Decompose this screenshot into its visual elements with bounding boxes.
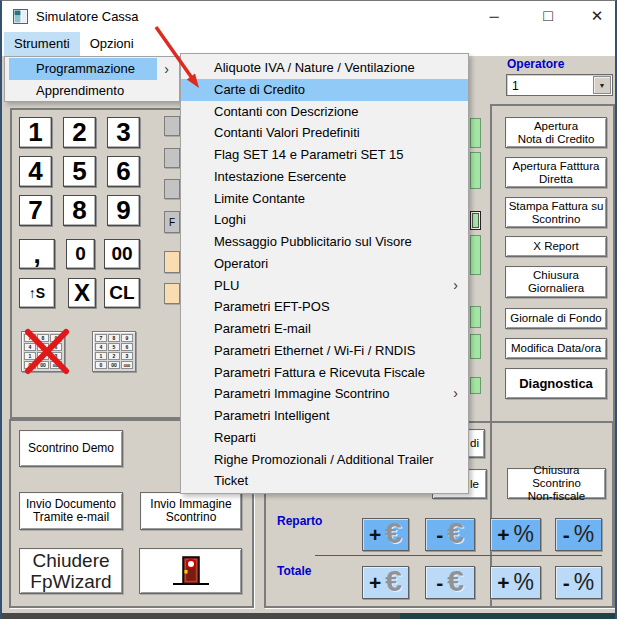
mini-key: 9 (121, 334, 133, 342)
scontrino-demo-button[interactable]: Scontrino Demo (19, 430, 123, 467)
partially-hidden-green-button[interactable] (470, 152, 481, 189)
stampa-fattura-su-scontrino-button[interactable]: Stampa Fattura suScontrino (505, 197, 607, 228)
keypad-button-7[interactable]: 7 (19, 195, 52, 226)
submenu-item-parametri-ethernet-wi-fi-rndis[interactable]: Parametri Ethernet / Wi-Fi / RNDIS (181, 340, 468, 362)
menubar-item-strumenti[interactable]: Strumenti (4, 32, 80, 56)
mini-key: 8 (108, 334, 120, 342)
submenu-item-reparti[interactable]: Reparti (181, 427, 468, 449)
chiusura-giornaliera-button[interactable]: ChiusuraGiornaliera (505, 266, 607, 298)
menubar-item-opzioni[interactable]: Opzioni (80, 32, 144, 56)
partially-hidden-green-button[interactable] (470, 306, 481, 328)
keypad-button-9[interactable]: 9 (107, 195, 140, 226)
partially-hidden-gray-button[interactable] (164, 148, 180, 168)
partially-hidden-peach-button[interactable] (164, 283, 180, 304)
keypad-button-0[interactable]: 0 (66, 239, 95, 269)
operatore-label: Operatore (507, 57, 564, 71)
divider (315, 555, 602, 556)
submenu-item-label: Operatori (214, 256, 268, 271)
submenu-item-label: Righe Promozionali / Additional Trailer (214, 452, 434, 467)
apertura-fatttura-diretta-button[interactable]: Apertura FattturaDiretta (505, 157, 607, 188)
submenu-item-carte-di-credito[interactable]: Carte di Credito (181, 79, 468, 101)
euro-icon: € (385, 566, 402, 596)
reparto-plus-euro-button[interactable]: +€ (362, 518, 409, 551)
submenu-item-parametri-immagine-scontrino[interactable]: Parametri Immagine Scontrino› (181, 383, 468, 405)
keypad-button-x[interactable]: X (68, 278, 96, 308)
keypad-button-3[interactable]: 3 (107, 117, 140, 148)
totale-minus-euro-button[interactable]: -€ (425, 566, 475, 599)
submenu-item-contanti-valori-predefiniti[interactable]: Contanti Valori Predefiniti (181, 122, 468, 144)
totale-plus-percent-button[interactable]: +% (490, 566, 541, 599)
reparto-label: Reparto (277, 514, 322, 528)
submenu-item-plu[interactable]: PLU› (181, 275, 468, 297)
minimize-button[interactable]: ─ (478, 4, 510, 28)
combo-dropdown-button[interactable]: ▼ (593, 76, 611, 94)
partially-hidden-green-button[interactable] (470, 235, 481, 275)
submenu-item-parametri-eft-pos[interactable]: Parametri EFT-POS (181, 296, 468, 318)
submenu-item-messaggio-pubblicitario-sul-visore[interactable]: Messaggio Pubblicitario sul Visore (181, 231, 468, 253)
button-line: Apertura Fatttura (513, 160, 600, 173)
exit-door-button[interactable] (139, 548, 242, 594)
totale-minus-percent-button[interactable]: -% (555, 566, 602, 599)
button-line: Non-fiscale (528, 490, 586, 503)
giornale-di-fondo-button[interactable]: Giornale di Fondo (505, 308, 607, 329)
partially-hidden-green-button[interactable] (470, 334, 481, 359)
reparto-minus-percent-button[interactable]: -% (555, 518, 602, 551)
keypad-button-5[interactable]: 5 (63, 156, 96, 187)
diagnostica-button[interactable]: Diagnostica (505, 368, 607, 399)
app-icon (13, 9, 28, 24)
apertura-nota-di-credito-button[interactable]: AperturaNota di Credito (505, 117, 607, 148)
submenu-item-label: PLU (214, 278, 239, 293)
keypad-button-1[interactable]: 1 (19, 117, 52, 148)
mini-key: 1 (95, 352, 107, 360)
chiusura-scontrino-non-fiscale-button[interactable]: Chiusura Scontrino Non-fiscale (507, 468, 606, 499)
reparto-minus-euro-button[interactable]: -€ (425, 518, 475, 551)
submenu-item-intestazione-esercente[interactable]: Intestazione Esercente (181, 166, 468, 188)
partially-hidden-green-button[interactable] (470, 211, 481, 230)
submenu-item-parametri-e-mail[interactable]: Parametri E-mail (181, 318, 468, 340)
submenu-item-label: Carte di Credito (214, 82, 305, 97)
invio-immagine-scontrino-button[interactable]: Invio ImmagineScontrino (140, 492, 242, 530)
keypad-button-2[interactable]: 2 (63, 117, 96, 148)
submenu-item-contanti-con-descrizione[interactable]: Contanti con Descrizione (181, 101, 468, 123)
button-line: Tramite e-mail (33, 511, 109, 524)
button-label-fragment: di (470, 437, 479, 450)
keypad-button-4[interactable]: 4 (19, 156, 52, 187)
partially-hidden-gray-button[interactable] (164, 179, 180, 199)
partially-hidden-gray-button[interactable]: F (164, 211, 180, 233)
submenu-item-flag-set-14-e-parametri-set-15[interactable]: Flag SET 14 e Parametri SET 15 (181, 144, 468, 166)
strumenti-menu: Programmazione›Apprendimento (4, 56, 180, 102)
submenu-item-righe-promozionali-additional-trailer[interactable]: Righe Promozionali / Additional Trailer (181, 449, 468, 471)
partially-hidden-peach-button[interactable] (164, 251, 180, 273)
partially-hidden-gray-button[interactable] (164, 116, 180, 136)
invio-documento-tramite-e-mail-button[interactable]: Invio DocumentoTramite e-mail (19, 492, 123, 530)
reparto-plus-percent-button[interactable]: +% (490, 518, 541, 551)
submenu-item-loghi[interactable]: Loghi (181, 209, 468, 231)
keypad-button-s[interactable]: ↑S (19, 278, 55, 308)
modifica-data-ora-button[interactable]: Modifica Data/ora (505, 338, 607, 359)
chiudere-fpwizard-button[interactable]: ChiudereFpWizard (19, 548, 123, 594)
submenu-item-label: Parametri Immagine Scontrino (214, 386, 390, 401)
submenu-item-aliquote-iva-nature-ventilazione[interactable]: Aliquote IVA / Nature / Ventilazione (181, 57, 468, 79)
keypad-button-cl[interactable]: CL (104, 278, 140, 308)
close-button[interactable]: ✕ (581, 4, 613, 28)
submenu-item-limite-contante[interactable]: Limite Contante (181, 188, 468, 210)
menu-item-programmazione[interactable]: Programmazione› (5, 58, 179, 80)
menu-item-apprendimento[interactable]: Apprendimento (5, 80, 179, 102)
background-window-strip (400, 613, 617, 619)
totale-plus-euro-button[interactable]: +€ (362, 566, 409, 599)
keypad-button-6[interactable]: 6 (107, 156, 140, 187)
keypad-button-00[interactable]: 00 (104, 239, 140, 269)
partially-hidden-green-button[interactable] (470, 118, 481, 148)
operatore-combobox[interactable]: 1 ▼ (506, 74, 613, 96)
submenu-item-ticket[interactable]: Ticket (181, 470, 468, 492)
maximize-button[interactable]: □ (532, 4, 564, 28)
submenu-item-parametri-intelligent[interactable]: Parametri Intelligent (181, 405, 468, 427)
submenu-item-label: Contanti con Descrizione (214, 104, 359, 119)
keypad-button-[interactable]: , (19, 239, 55, 269)
submenu-item-parametri-fattura-e-ricevuta-fiscale[interactable]: Parametri Fattura e Ricevuta Fiscale (181, 362, 468, 384)
keypad-button-8[interactable]: 8 (63, 195, 96, 226)
x-report-button[interactable]: X Report (505, 236, 607, 257)
partially-hidden-green-button[interactable] (470, 377, 481, 394)
submenu-item-operatori[interactable]: Operatori (181, 253, 468, 275)
submenu-arrow-icon: › (453, 275, 458, 297)
